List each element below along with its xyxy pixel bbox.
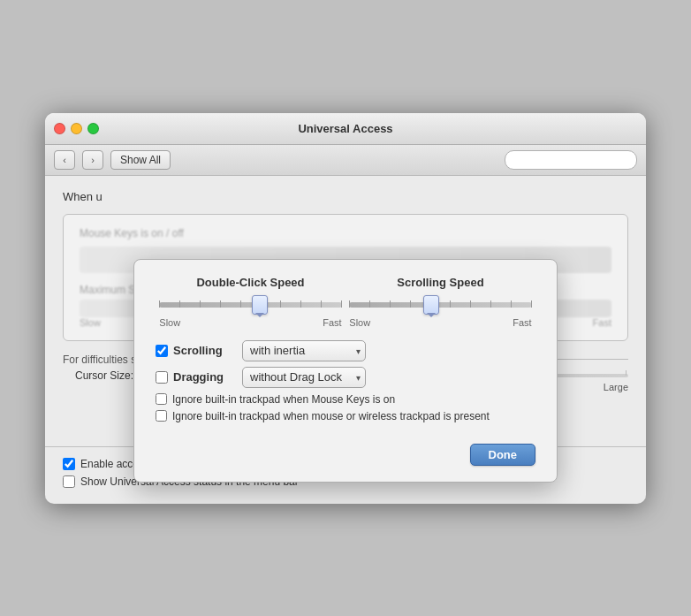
ignore-wireless-label: Ignore built-in trackpad when mouse or w… (172, 410, 490, 422)
dragging-option-row: Dragging without Drag Lock with Drag Loc… (156, 367, 535, 388)
ignore-mouse-keys-label: Ignore built-in trackpad when Mouse Keys… (172, 393, 395, 406)
double-click-slider-container (159, 296, 341, 314)
show-status-checkbox[interactable] (63, 475, 75, 488)
scrolling-speed-label: Scrolling Speed (397, 276, 483, 289)
dragging-select[interactable]: without Drag Lock with Drag Lock three f… (242, 367, 366, 388)
ignore-mouse-keys-row: Ignore built-in trackpad when Mouse Keys… (156, 393, 535, 406)
speed-sliders: Double-Click Speed (156, 276, 535, 328)
titlebar: Universal Access (45, 113, 646, 145)
ss-fast-label: Fast (513, 317, 531, 328)
double-click-slider-labels: Slow Fast (159, 317, 341, 328)
toolbar: ‹ › Show All 🔍 (45, 145, 646, 176)
scrolling-option-label: Scrolling (173, 344, 235, 357)
scrolling-checkbox[interactable] (156, 345, 168, 357)
large-cursor-label: Large (604, 382, 628, 392)
ss-slow-label: Slow (349, 317, 370, 328)
scrolling-slider-thumb[interactable] (423, 295, 439, 315)
double-click-slider-track (159, 302, 341, 308)
scrolling-slider-labels: Slow Fast (349, 317, 531, 328)
minimize-button[interactable] (71, 123, 82, 134)
fast-label: Fast (593, 317, 611, 328)
scrolling-slider-group: Scrolling Speed (349, 276, 531, 328)
dragging-option-label: Dragging (173, 370, 235, 384)
forward-button[interactable]: › (82, 150, 103, 170)
double-click-slider-thumb[interactable] (252, 295, 268, 315)
window-title: Universal Access (298, 122, 392, 135)
dcs-fast-label: Fast (323, 317, 341, 328)
traffic-lights (54, 123, 99, 134)
scrolling-select-wrapper: with inertia without inertia (242, 340, 366, 361)
slow-label: Slow (80, 317, 101, 328)
maximize-button[interactable] (87, 123, 99, 134)
when-using-label: When u (63, 190, 628, 203)
dragging-checkbox[interactable] (156, 371, 168, 384)
scrolling-slider-track (349, 302, 531, 308)
scrolling-slider-container (349, 296, 531, 314)
search-input[interactable] (505, 150, 637, 170)
done-button[interactable]: Done (470, 444, 536, 466)
dragging-select-wrapper: without Drag Lock with Drag Lock three f… (242, 367, 366, 388)
cursor-size-label: Cursor Size: (63, 369, 133, 382)
main-panel: Mouse Keys is on / off Maximum Speed Slo… (63, 214, 628, 341)
ignore-wireless-row: Ignore built-in trackpad when mouse or w… (156, 410, 535, 422)
close-button[interactable] (54, 123, 65, 134)
main-window: Universal Access ‹ › Show All 🔍 When u M… (45, 113, 646, 504)
search-container: 🔍 (505, 150, 637, 170)
modal-overlay: Double-Click Speed (133, 259, 558, 483)
scrolling-select[interactable]: with inertia without inertia (242, 340, 366, 361)
enable-assistive-checkbox[interactable] (63, 458, 75, 470)
double-click-slider-group: Double-Click Speed (159, 276, 341, 328)
show-all-button[interactable]: Show All (110, 150, 171, 170)
dcs-slow-label: Slow (159, 317, 180, 328)
ignore-mouse-keys-checkbox[interactable] (156, 393, 167, 405)
back-button[interactable]: ‹ (54, 150, 75, 170)
double-click-speed-label: Double-Click Speed (196, 276, 304, 289)
ignore-wireless-checkbox[interactable] (156, 410, 167, 422)
content-area: When u Mouse Keys is on / off Maximum Sp… (45, 176, 646, 446)
scrolling-option-row: Scrolling with inertia without inertia (156, 340, 535, 361)
